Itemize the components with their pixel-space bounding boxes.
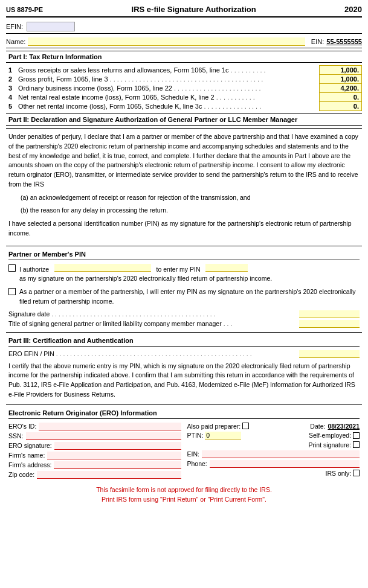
ero-addr-label: Firm's address: [8, 461, 51, 468]
tax-row: 2 Gross profit, Form 1065, line 3 . . . … [6, 75, 362, 84]
ero-section: Electronic Return Originator (ERO) Infor… [6, 404, 362, 481]
ero-pin-row: ERO EFIN / PIN . . . . . . . . . . . . .… [8, 350, 360, 358]
part1-header: Part I: Tax Return Information [6, 51, 362, 63]
ero-ptin-row: PTIN: 0 [187, 432, 242, 439]
ero-phone-input[interactable] [210, 460, 360, 468]
footer-line1: This facsimile form is not approved for … [6, 485, 362, 495]
ero-pin-input[interactable] [299, 350, 360, 358]
tax-row: 5 Other net rental income (loss), Form 1… [6, 102, 362, 111]
ero-phone-row: Phone: [187, 460, 360, 468]
authorize-label: I authorize [19, 266, 49, 273]
ero-ptin-self-row: PTIN: 0 Self-employed: [187, 432, 360, 439]
ero-ptin-label: PTIN: [187, 432, 205, 439]
part2-item-b: (b) the reason for any delay in processi… [21, 206, 360, 216]
form-number: US 8879-PE [6, 6, 43, 13]
part2-para2: I have selected a personal identificatio… [8, 219, 360, 238]
title-label: Title of signing general partner or limi… [8, 320, 299, 327]
title-input[interactable] [299, 320, 360, 328]
form-title: IRS e-file Signature Authorization [132, 5, 256, 14]
ero-ssn-row: SSN: [8, 432, 181, 440]
tax-row: 1 Gross receipts or sales less returns a… [6, 66, 362, 75]
ero-self-row: Self-employed: [309, 432, 360, 439]
row-amount: 4,200. [320, 84, 362, 93]
ero-sig-row: ERO signature: [8, 442, 181, 450]
ero-irs-row: IRS only: [187, 470, 360, 477]
efin-input[interactable] [27, 22, 75, 31]
ero-print-sig-row: Print signature: [187, 441, 360, 449]
ero-irs-checkbox[interactable] [353, 470, 360, 476]
ero-zip-row: Zip code: [8, 471, 181, 479]
name-input[interactable] [28, 37, 305, 46]
ero-date-label: Date: [310, 423, 325, 430]
row-amount: 1,000. [320, 75, 362, 84]
row-num: 5 [6, 102, 16, 111]
ero-paid-row: Also paid preparer: [187, 423, 250, 430]
sig-date-input[interactable] [299, 310, 360, 318]
cert-text: I certify that the above numeric entry i… [8, 362, 360, 400]
ero-right-col: Also paid preparer: Date: 08/23/2021 PTI… [187, 423, 360, 479]
authorize-rest: as my signature on the partnership's 202… [19, 275, 272, 282]
footer-line2: Print IRS form using "Print Return" or "… [6, 494, 362, 505]
ero-addr-row: Firm's address: [8, 461, 181, 469]
ero-print-sig-checkbox[interactable] [353, 441, 360, 448]
ero-pin-label: ERO EFIN / PIN . . . . . . . . . . . . .… [8, 350, 299, 357]
ero-left-col: ERO's ID: SSN: ERO signature: Firm's nam… [8, 423, 181, 479]
authorize-name-field[interactable] [54, 264, 151, 272]
ero-ssn-label: SSN: [8, 432, 24, 439]
pin-section: Partner or Member's PIN I authorize to e… [6, 246, 362, 332]
ero-ein-input[interactable] [202, 450, 360, 458]
name-row: Name: EIN: 55-5555555 [6, 36, 362, 48]
form-year: 2020 [344, 5, 362, 14]
authorize-row: I authorize to enter my PIN as my signat… [8, 264, 360, 284]
checkbox2-row: As a partner or a member of the partners… [8, 287, 360, 307]
name-label: Name: [6, 38, 25, 45]
row-amount: 1,000. [320, 66, 362, 75]
ein-label: EIN: [311, 38, 324, 45]
checkbox2-text: As a partner or a member of the partners… [19, 287, 360, 307]
ero-zip-label: Zip code: [8, 471, 34, 478]
ero-paid-date-row: Also paid preparer: Date: 08/23/2021 [187, 423, 360, 430]
ero-print-sig-label: Print signature: [308, 441, 351, 449]
partner-checkbox[interactable] [8, 288, 16, 295]
row-desc: Other net rental income (loss), Form 106… [16, 102, 320, 111]
ero-addr-input[interactable] [54, 461, 181, 469]
part2-body: Under penalties of perjury, I declare th… [6, 128, 362, 246]
header: US 8879-PE IRS e-file Signature Authoriz… [6, 5, 362, 18]
ero-ptin-input[interactable]: 0 [205, 432, 241, 439]
ero-paid-checkbox[interactable] [242, 423, 249, 429]
ero-ein-label: EIN: [187, 450, 199, 458]
part3-section: Part III: Certification and Authenticati… [6, 332, 362, 404]
ero-zip-input[interactable] [37, 471, 181, 479]
ein-value: 55-5555555 [326, 38, 362, 45]
pin-header: Partner or Member's PIN [8, 249, 360, 260]
ero-date-row: Date: 08/23/2021 [310, 423, 360, 430]
ero-firm-name-row: Firm's name: [8, 452, 181, 459]
ero-ein-row: EIN: [187, 450, 360, 458]
ero-phone-label: Phone: [187, 460, 207, 467]
authorize-checkbox[interactable] [8, 264, 16, 272]
row-desc: Ordinary business income (loss), Form 10… [16, 84, 320, 93]
ero-sig-input[interactable] [54, 442, 181, 450]
footer: This facsimile form is not approved for … [6, 485, 362, 505]
row-num: 1 [6, 66, 16, 75]
ero-id-input[interactable] [39, 423, 181, 430]
part2-item-a: (a) an acknowledgement of receipt or rea… [21, 193, 360, 203]
row-desc: Gross profit, Form 1065, line 3 . . . . … [16, 75, 320, 84]
ero-firm-name-input[interactable] [47, 452, 181, 459]
ero-paid-label: Also paid preparer: [187, 423, 243, 430]
authorize-to-enter: to enter my PIN [157, 266, 201, 273]
row-amount: 0. [320, 93, 362, 102]
authorize-pin-field[interactable] [205, 264, 248, 272]
sig-date-row: Signature date . . . . . . . . . . . . .… [8, 310, 360, 318]
tax-row: 3 Ordinary business income (loss), Form … [6, 84, 362, 93]
row-num: 2 [6, 75, 16, 84]
part3-header: Part III: Certification and Authenticati… [8, 335, 360, 347]
ero-self-checkbox[interactable] [353, 432, 360, 439]
row-desc: Gross receipts or sales less returns and… [16, 66, 320, 75]
ero-id-row: ERO's ID: [8, 423, 181, 430]
row-amount: 0. [320, 102, 362, 111]
authorize-content: I authorize to enter my PIN as my signat… [19, 264, 360, 284]
tax-table: 1 Gross receipts or sales less returns a… [6, 65, 362, 111]
ero-ssn-input[interactable] [26, 432, 181, 440]
row-num: 3 [6, 84, 16, 93]
